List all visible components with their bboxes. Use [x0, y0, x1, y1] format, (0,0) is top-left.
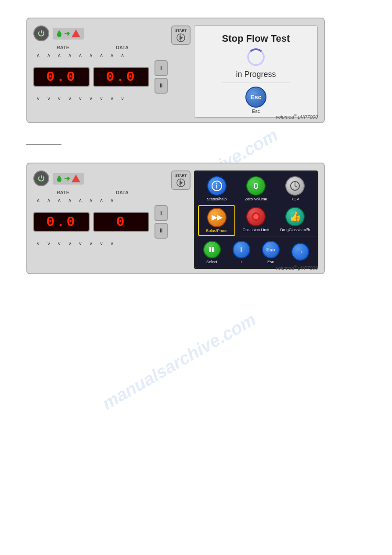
menu-bottom-row: Select I I Esc Esc: [195, 236, 316, 268]
p2-arrow-up-3[interactable]: ∧: [54, 198, 64, 203]
data-label-2: DATA: [93, 190, 152, 195]
esc-btn-icon-2: Esc: [262, 241, 280, 258]
status-indicators-1: ➜: [53, 28, 84, 40]
section-divider: [26, 144, 61, 145]
device-inner-1: ➜ RATE DATA ∧ ∧ ∧: [33, 25, 318, 118]
watermark-2: manualsarchive.com: [99, 309, 259, 414]
menu-item-arrow-btn[interactable]: →: [291, 241, 310, 264]
menu-row-2: ▶▶ Bolus/Prime Occlusion Limit: [198, 205, 314, 236]
menu-item-tov[interactable]: TOV: [277, 174, 314, 203]
arrow-up-3[interactable]: ∧: [54, 53, 64, 58]
btn-i-2[interactable]: I: [155, 205, 168, 221]
menu-item-esc-btn[interactable]: Esc Esc: [261, 239, 281, 266]
arrow-up-2[interactable]: ∧: [44, 53, 54, 58]
menu-item-drug-classic[interactable]: 👍 DrugClassic ml/h: [277, 205, 314, 236]
arrow-down-2[interactable]: ∨: [44, 96, 54, 101]
menu-item-i-btn[interactable]: I I: [232, 239, 251, 266]
brand-label-2: volumed® μVP7000: [276, 265, 318, 271]
start-btn-container-2: START: [171, 170, 191, 269]
arrow-right-icon: ➜: [64, 29, 70, 38]
arrow-down-8[interactable]: ∨: [107, 96, 117, 101]
top-buttons-2: ➜: [33, 170, 168, 186]
menu-item-status-help[interactable]: i Status/help: [198, 174, 235, 203]
arrow-down-9[interactable]: ∨: [118, 96, 127, 101]
screen-subtitle-1: in Progress: [236, 70, 276, 79]
device-panel-1: ➜ RATE DATA ∧ ∧ ∧: [26, 18, 325, 123]
svg-text:i: i: [216, 182, 217, 190]
data-value-2: 0: [116, 214, 126, 230]
btn-pause-1[interactable]: II: [155, 78, 168, 94]
top-buttons-1: ➜: [33, 25, 168, 41]
arrow-up-7[interactable]: ∧: [97, 53, 106, 58]
arrow-up-9[interactable]: ∧: [118, 53, 127, 58]
occlusion-icon: [246, 207, 266, 226]
menu-label-bolus-prime: Bolus/Prime: [206, 229, 227, 233]
svg-rect-14: [209, 247, 211, 252]
arrow-up-4[interactable]: ∧: [65, 53, 75, 58]
arrow-up-8[interactable]: ∧: [107, 53, 117, 58]
drop-icon: [56, 29, 62, 37]
arrow-down-6[interactable]: ∨: [86, 96, 96, 101]
esc-btn-text: Esc: [251, 94, 262, 101]
displays-row-1: 0.0 0.0 I II: [33, 60, 168, 94]
p2-arrow-up-8[interactable]: ∧: [107, 198, 117, 203]
data-label-1: DATA: [93, 45, 152, 50]
p2-arrow-down-5[interactable]: ∨: [76, 241, 85, 246]
p2-arrow-up-5[interactable]: ∧: [76, 198, 85, 203]
start-button-1[interactable]: START: [171, 25, 191, 45]
arrow-up-1[interactable]: ∧: [33, 53, 43, 58]
arrow-down-3[interactable]: ∨: [54, 96, 64, 101]
esc-label-1: Esc: [252, 109, 260, 114]
power-button-1[interactable]: [33, 25, 49, 41]
menu-item-select[interactable]: Select: [202, 239, 222, 266]
start-icon-2: [176, 178, 185, 187]
p2-arrow-up-2[interactable]: ∧: [44, 198, 54, 203]
lcd-display-data-1: 0.0: [93, 67, 149, 87]
svg-rect-15: [212, 247, 214, 252]
start-btn-container-1: START: [171, 25, 191, 118]
p2-arrow-down-8[interactable]: ∨: [107, 241, 117, 246]
svg-point-13: [253, 214, 259, 219]
power-button-2[interactable]: [33, 170, 49, 186]
p2-arrow-up-6[interactable]: ∧: [86, 198, 96, 203]
p2-arrow-down-3[interactable]: ∨: [54, 241, 64, 246]
lcd-display-rate-1: 0.0: [33, 67, 90, 87]
brand-label-1: volumed® μVP7000: [276, 113, 318, 120]
svg-marker-2: [180, 36, 183, 40]
btn-pause-2[interactable]: II: [155, 223, 168, 239]
labels-row-2: RATE DATA: [33, 190, 168, 195]
screen-title-1: Stop Flow Test: [222, 33, 290, 44]
arrow-btn-icon: →: [291, 243, 309, 261]
p2-arrow-down-1[interactable]: ∨: [33, 241, 43, 246]
arrow-down-5[interactable]: ∨: [76, 96, 85, 101]
esc-button-1[interactable]: Esc: [245, 87, 266, 108]
p2-arrow-up-1[interactable]: ∧: [33, 198, 43, 203]
p2-arrow-up-7[interactable]: ∧: [97, 198, 106, 203]
menu-label-occlusion: Occlusion Limit: [242, 228, 269, 232]
p2-arrow-down-2[interactable]: ∨: [44, 241, 54, 246]
arrow-up-6[interactable]: ∧: [86, 53, 96, 58]
p2-arrow-up-4[interactable]: ∧: [65, 198, 75, 203]
drop-icon-2: [56, 174, 62, 182]
i-btn-label: I: [241, 260, 242, 264]
screen-stop-flow: Stop Flow Test in Progress Esc Esc: [222, 31, 290, 114]
arrow-down-7[interactable]: ∨: [97, 96, 106, 101]
rate-label-1: RATE: [33, 45, 93, 50]
esc-btn-container: Esc Esc: [245, 87, 266, 114]
arrow-up-5[interactable]: ∧: [76, 53, 85, 58]
start-label-2: START: [175, 174, 187, 178]
arrow-down-4[interactable]: ∨: [65, 96, 75, 101]
menu-item-zero-volume[interactable]: 0 Zero Volume: [237, 174, 274, 203]
warning-icon: [72, 29, 80, 37]
p2-arrow-down-7[interactable]: ∨: [97, 241, 106, 246]
arrow-down-1[interactable]: ∨: [33, 96, 43, 101]
start-button-2[interactable]: START: [171, 170, 191, 190]
menu-item-occlusion[interactable]: Occlusion Limit: [237, 205, 274, 236]
p2-arrow-down-4[interactable]: ∨: [65, 241, 75, 246]
p2-arrow-down-6[interactable]: ∨: [86, 241, 96, 246]
menu-label-drug-classic: DrugClassic ml/h: [280, 228, 310, 232]
side-buttons-1: I II: [155, 60, 168, 94]
drug-classic-icon: 👍: [285, 207, 305, 226]
btn-i-1[interactable]: I: [155, 60, 168, 76]
menu-item-bolus-prime[interactable]: ▶▶ Bolus/Prime: [198, 205, 235, 236]
